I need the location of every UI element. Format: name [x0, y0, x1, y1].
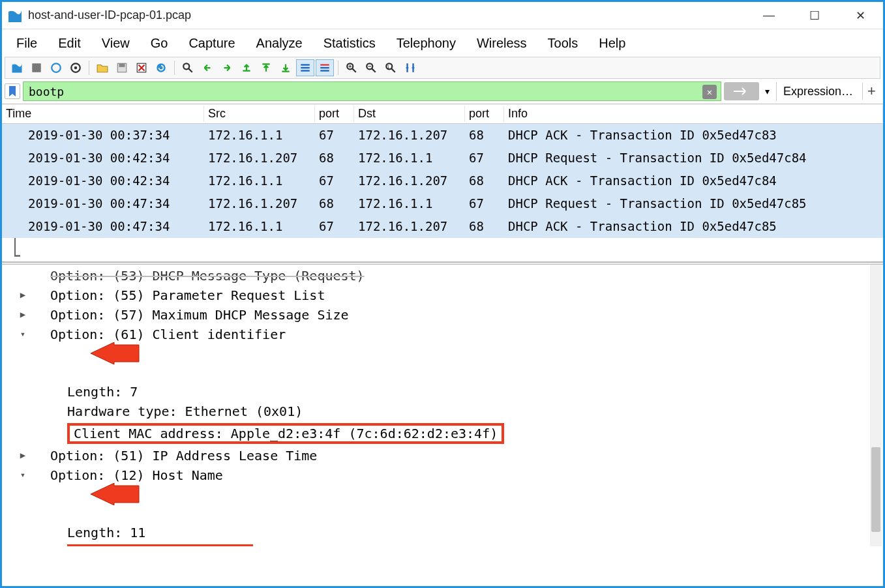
collapse-caret-icon[interactable]: ▾ [18, 469, 28, 480]
cell-dport: 67 [465, 195, 504, 212]
column-header-dst[interactable]: Dst [354, 106, 465, 122]
column-header-dport[interactable]: port [465, 106, 504, 122]
expression-button[interactable]: Expression… [776, 82, 860, 101]
expand-caret-icon[interactable]: ▶ [18, 450, 28, 460]
packet-row[interactable]: 2019-01-30 00:47:34 172.16.1.1 67 172.16… [2, 215, 883, 238]
menu-wireless[interactable]: Wireless [466, 33, 537, 53]
goto-last-icon[interactable] [277, 59, 295, 76]
tree-item[interactable]: ▾Option: (12) Host Name [2, 465, 883, 523]
cell-info: DHCP ACK - Transaction ID 0x5ed47c85 [504, 218, 883, 235]
zoom-in-icon[interactable] [342, 59, 361, 76]
column-header-sport[interactable]: port [315, 106, 354, 122]
auto-scroll-icon[interactable] [296, 59, 314, 76]
tree-item[interactable]: ▶Option: (57) Maximum DHCP Message Size [2, 305, 883, 325]
menu-analyze[interactable]: Analyze [246, 33, 313, 53]
zoom-out-icon[interactable] [362, 59, 380, 76]
column-header-time[interactable]: Time [2, 106, 204, 122]
tree-item[interactable]: Length: 11 [2, 523, 883, 542]
apply-filter-button[interactable] [724, 82, 759, 100]
go-back-icon[interactable] [198, 59, 217, 76]
cell-info: DHCP Request - Transaction ID 0x5ed47c85 [504, 195, 883, 212]
filter-history-dropdown[interactable]: ▾ [762, 86, 773, 96]
tree-item[interactable]: Hardware type: Ethernet (0x01) [2, 402, 883, 421]
display-filter-input[interactable]: bootp ✕ [23, 81, 721, 101]
packet-list-body: 2019-01-30 00:37:34 172.16.1.1 67 172.16… [2, 124, 883, 261]
menu-edit[interactable]: Edit [48, 33, 91, 53]
menu-view[interactable]: View [91, 33, 140, 53]
start-capture-icon[interactable] [8, 59, 26, 76]
tree-item[interactable]: Option: (53) DHCP Message Type (Request) [2, 266, 883, 286]
collapse-caret-icon[interactable]: ▾ [18, 329, 28, 339]
cell-sport: 68 [315, 149, 354, 166]
tree-item[interactable]: ▶Option: (55) Parameter Request List [2, 286, 883, 305]
maximize-button[interactable]: ☐ [805, 6, 824, 25]
clear-filter-icon[interactable]: ✕ [702, 85, 717, 99]
filter-bookmark-icon[interactable] [5, 83, 20, 99]
svg-line-24 [391, 68, 395, 72]
tree-item[interactable]: Length: 7 [2, 382, 883, 402]
packet-list-pane: Time Src port Dst port Info 2019-01-30 0… [2, 104, 883, 262]
wireshark-fin-icon [7, 8, 23, 23]
column-header-info[interactable]: Info [504, 106, 883, 122]
annotation-arrow-icon [88, 483, 140, 505]
cell-src: 172.16.1.1 [204, 126, 315, 143]
expand-caret-icon[interactable]: ▶ [18, 309, 28, 319]
cell-dport: 68 [465, 172, 504, 189]
svg-text:1: 1 [387, 65, 389, 69]
find-packet-icon[interactable] [179, 59, 197, 76]
tree-item[interactable]: Client MAC address: Apple_d2:e3:4f (7c:6… [2, 421, 883, 446]
menu-help[interactable]: Help [588, 33, 636, 53]
goto-packet-icon[interactable] [237, 59, 256, 76]
tree-item[interactable]: ▶Option: (51) IP Address Lease Time [2, 446, 883, 465]
add-filter-button[interactable]: + [862, 83, 880, 100]
save-file-icon[interactable] [113, 59, 131, 76]
open-file-icon[interactable] [93, 59, 112, 76]
packet-row[interactable]: 2019-01-30 00:42:34 172.16.1.1 67 172.16… [2, 169, 883, 192]
tree-item[interactable]: ▾Option: (61) Client identifier [2, 325, 883, 382]
cell-dport: 68 [465, 218, 504, 235]
tree-item[interactable]: Host Name: Rogers-iPad [2, 542, 883, 546]
cell-sport: 67 [315, 126, 354, 143]
goto-first-icon[interactable] [257, 59, 275, 76]
packet-row[interactable]: 2019-01-30 00:42:34 172.16.1.207 68 172.… [2, 147, 883, 169]
packet-row[interactable]: 2019-01-30 00:47:34 172.16.1.207 68 172.… [2, 192, 883, 215]
cell-src: 172.16.1.207 [204, 195, 315, 212]
menu-go[interactable]: Go [140, 33, 179, 53]
cell-time: 2019-01-30 00:47:34 [2, 195, 204, 212]
close-button[interactable]: ✕ [850, 6, 870, 25]
colorize-icon[interactable] [316, 59, 334, 76]
menu-statistics[interactable]: Statistics [313, 33, 386, 53]
menu-file[interactable]: File [6, 33, 48, 53]
main-toolbar: 1 [5, 57, 880, 79]
cell-sport: 67 [315, 218, 354, 235]
svg-point-8 [183, 63, 189, 69]
cell-dport: 68 [465, 126, 504, 143]
minimize-button[interactable]: ― [759, 6, 779, 25]
svg-point-7 [157, 63, 166, 72]
close-file-icon[interactable] [132, 59, 151, 76]
packet-row[interactable]: 2019-01-30 00:37:34 172.16.1.1 67 172.16… [2, 124, 883, 147]
packet-details-pane: Option: (53) DHCP Message Type (Request)… [2, 265, 883, 546]
reload-file-icon[interactable] [152, 59, 170, 76]
cell-src: 172.16.1.1 [204, 218, 315, 235]
cell-info: DHCP Request - Transaction ID 0x5ed47c84 [504, 149, 883, 166]
scrollbar-thumb[interactable] [871, 447, 880, 532]
expand-caret-icon[interactable]: ▶ [18, 289, 28, 300]
resize-columns-icon[interactable] [401, 59, 419, 76]
restart-capture-icon[interactable] [47, 59, 65, 76]
menu-capture[interactable]: Capture [178, 33, 245, 53]
cell-src: 172.16.1.1 [204, 172, 315, 189]
zoom-reset-icon[interactable]: 1 [382, 59, 400, 76]
capture-options-icon[interactable] [67, 59, 85, 76]
column-header-src[interactable]: Src [204, 106, 315, 122]
go-forward-icon[interactable] [218, 59, 236, 76]
menubar: File Edit View Go Capture Analyze Statis… [2, 29, 883, 57]
menu-telephony[interactable]: Telephony [386, 33, 466, 53]
cell-time: 2019-01-30 00:47:34 [2, 218, 204, 235]
menu-tools[interactable]: Tools [537, 33, 589, 53]
details-scrollbar[interactable] [870, 265, 882, 546]
stop-capture-icon[interactable] [27, 59, 46, 76]
cell-sport: 68 [315, 195, 354, 212]
packet-list-header[interactable]: Time Src port Dst port Info [2, 104, 883, 124]
cell-time: 2019-01-30 00:42:34 [2, 149, 204, 166]
